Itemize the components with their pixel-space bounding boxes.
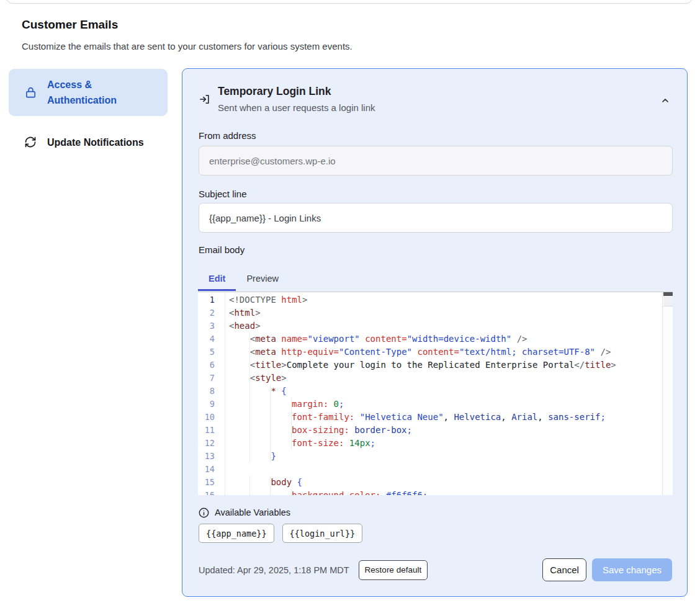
sidebar-item-update-notifications[interactable]: Update Notifications xyxy=(9,126,168,158)
email-body-label: Email body xyxy=(199,244,245,255)
variable-chip[interactable]: {{login_url}} xyxy=(282,524,363,543)
available-variables-header: Available Variables xyxy=(199,506,290,519)
page-subtitle: Customize the emails that are sent to yo… xyxy=(22,41,352,51)
variable-chip[interactable]: {{app_name}} xyxy=(199,524,274,543)
code-line: 13} xyxy=(198,450,673,463)
cancel-button[interactable]: Cancel xyxy=(542,558,586,581)
code-editor-lines: 1<!DOCTYPE html>2<html>3<head>4<meta nam… xyxy=(198,292,673,495)
scrollbar-thumb[interactable] xyxy=(663,292,673,296)
panel-title: Temporary Login Link xyxy=(218,85,331,98)
code-line: 8* { xyxy=(198,385,673,398)
variable-chips: {{app_name}}{{login_url}} xyxy=(199,524,362,543)
sidebar-item-label: Access & Authentication xyxy=(47,77,146,108)
scrollbar-thumb-secondary[interactable] xyxy=(663,297,673,306)
code-line: 16background-color: #f6f6f6; xyxy=(198,489,673,495)
page-title: Customer Emails xyxy=(22,18,118,32)
code-line: 6<title>Complete your login to the Repli… xyxy=(198,359,673,372)
sidebar-item-access-authentication[interactable]: Access & Authentication xyxy=(9,69,168,116)
gutter-separator xyxy=(225,292,225,495)
editor-scrollbar[interactable] xyxy=(662,292,673,495)
available-variables-label: Available Variables xyxy=(215,507,290,517)
code-line: 9margin: 0; xyxy=(198,398,673,411)
subject-line-input[interactable] xyxy=(199,203,673,233)
code-line: 2<html> xyxy=(198,306,673,320)
code-line: 14 xyxy=(198,463,673,476)
code-editor[interactable]: 1<!DOCTYPE html>2<html>3<head>4<meta nam… xyxy=(198,292,673,495)
previous-card-edge xyxy=(6,0,693,4)
save-changes-button[interactable]: Save changes xyxy=(592,558,672,581)
chevron-up-icon[interactable] xyxy=(658,94,672,107)
email-body-tabs: Edit Preview xyxy=(198,266,289,291)
tab-preview[interactable]: Preview xyxy=(236,266,289,291)
code-line: 11box-sizing: border-box; xyxy=(198,424,673,437)
code-line: 10font-family: "Helvetica Neue", Helveti… xyxy=(198,411,673,424)
log-in-icon xyxy=(199,93,211,105)
subject-line-label: Subject line xyxy=(199,189,247,199)
code-line: 4<meta name="viewport" content="width=de… xyxy=(198,333,673,346)
panel-subtitle: Sent when a user requests a login link xyxy=(218,102,375,113)
temporary-login-link-panel: Temporary Login Link Sent when a user re… xyxy=(182,68,688,597)
updated-timestamp: Updated: Apr 29, 2025, 1:18 PM MDT xyxy=(199,565,349,575)
info-icon xyxy=(199,507,209,518)
code-line: 1<!DOCTYPE html> xyxy=(198,293,673,306)
tab-edit[interactable]: Edit xyxy=(198,266,236,291)
code-line: 12font-size: 14px; xyxy=(198,437,673,450)
restore-default-button[interactable]: Restore default xyxy=(359,560,428,580)
sidebar-item-label: Update Notifications xyxy=(47,135,146,150)
code-line: 3<head> xyxy=(198,320,673,333)
code-line: 7<style> xyxy=(198,372,673,385)
from-address-input xyxy=(199,146,673,176)
panel-footer: Updated: Apr 29, 2025, 1:18 PM MDT Resto… xyxy=(199,558,672,581)
code-line: 5<meta http-equiv="Content-Type" content… xyxy=(198,346,673,359)
lock-icon xyxy=(24,86,37,99)
from-address-label: From address xyxy=(199,130,256,141)
refresh-icon xyxy=(24,135,37,149)
code-line: 15body { xyxy=(198,476,673,489)
